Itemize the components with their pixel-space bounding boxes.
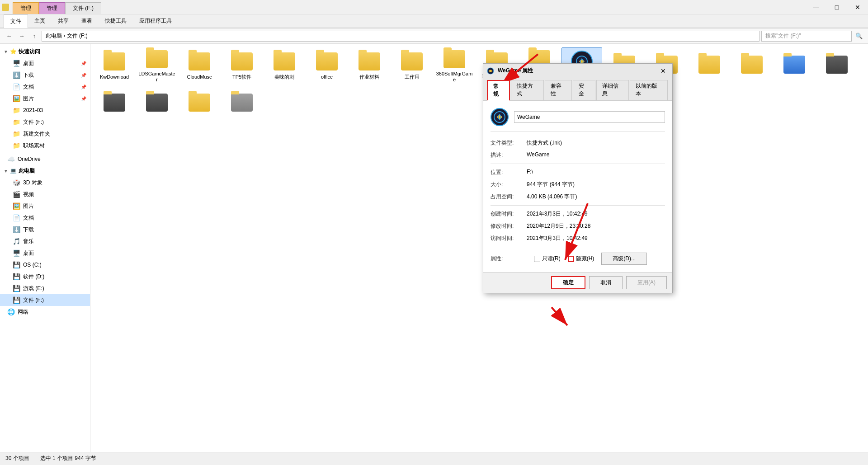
dialog-divider3 (491, 247, 665, 247)
sidebar-item-video[interactable]: 🎬 视频 (0, 188, 90, 200)
sidebar-item-softd[interactable]: 💾 软件 (D:) (0, 271, 90, 282)
dialog-close-button[interactable]: ✕ (658, 66, 669, 75)
sidebar-item-2021[interactable]: 📁 2021-03 (0, 104, 90, 116)
sidebar-item-filef2[interactable]: 💾 文件 (F:) (0, 294, 90, 306)
sidebar-item-desktop2[interactable]: 🖥️ 桌面 (0, 247, 90, 259)
properties-dialog[interactable]: WeGame 属性 ✕ 常规 快捷方式 兼容性 安全 详细信息 以前的版本 (483, 63, 673, 293)
dialog-tab-details[interactable]: 详细信息 (596, 80, 629, 100)
file-item-360soft[interactable]: 360SoftMgrGame (434, 47, 475, 84)
advanced-button[interactable]: 高级(D)... (601, 253, 647, 265)
search-button[interactable]: 🔍 (854, 31, 864, 42)
file-item-extra6[interactable] (816, 47, 857, 84)
disk-c-icon: 💾 (13, 261, 20, 268)
status-count: 30 个项目 (5, 455, 29, 462)
forward-button[interactable]: → (16, 31, 27, 42)
file-item-extra7[interactable] (94, 85, 135, 122)
sidebar-item-label: 下载 (23, 226, 34, 234)
file-item-cloudmusic[interactable]: CloudMusc (179, 47, 220, 84)
dialog-name-input[interactable] (514, 111, 665, 123)
sidebar-item-docs1[interactable]: 📄 文档 📌 (0, 81, 90, 93)
file-item-extra4[interactable] (731, 47, 772, 84)
file-item-tp5[interactable]: TP5软件 (222, 47, 262, 84)
tab-manage2[interactable]: 管理 (39, 2, 65, 14)
dialog-checkbox-hidden-group[interactable]: 隐藏(H) (568, 255, 594, 263)
dialog-row-size: 大小: 944 字节 (944 字节) (491, 181, 665, 188)
title-bar-left (2, 4, 9, 11)
sidebar-icon: ⭐ (10, 48, 17, 55)
dialog-tab-security[interactable]: 安全 (573, 80, 595, 100)
file-item-kwdownload[interactable]: KwDownload (94, 47, 135, 84)
sidebar-item-desktop1[interactable]: 🖥️ 桌面 📌 (0, 57, 90, 69)
dialog-title-text: WeGame 属性 (498, 67, 654, 75)
status-selected: 选中 1 个项目 944 字节 (40, 455, 96, 462)
close-button[interactable]: ✕ (847, 0, 868, 14)
dialog-checkbox-readonly[interactable]: 只读(R) (534, 255, 561, 263)
file-item-meiweideci[interactable]: 美味的刺 (264, 47, 305, 84)
sidebar-item-download2[interactable]: ⬇️ 下载 (0, 224, 90, 235)
pc-icon: 💻 (10, 168, 17, 174)
ok-button[interactable]: 确定 (551, 276, 585, 289)
checkbox-readonly[interactable] (534, 256, 540, 262)
file-item-extra8[interactable] (137, 85, 177, 122)
ribbon-tab-app[interactable]: 应用程序工具 (133, 14, 178, 28)
checkbox-hidden[interactable] (568, 256, 574, 262)
sidebar-item-filef[interactable]: 📁 文件 (F:) (0, 116, 90, 128)
download2-icon: ⬇️ (13, 226, 20, 233)
sidebar-item-onedrive[interactable]: ☁️ OneDrive (0, 153, 90, 165)
dialog-tab-general[interactable]: 常规 (487, 80, 510, 101)
sidebar-item-docs2[interactable]: 📄 文档 (0, 212, 90, 224)
dialog-tab-shortcut[interactable]: 快捷方式 (511, 80, 543, 100)
ribbon-tab-share[interactable]: 共享 (52, 14, 75, 28)
sidebar-item-pics2[interactable]: 🖼️ 图片 (0, 200, 90, 212)
dialog-value-sizeondisk: 4.00 KB (4,096 字节) (527, 193, 665, 201)
sidebar-item-music[interactable]: 🎵 音乐 (0, 235, 90, 247)
tab-filename[interactable]: 文件 (F:) (65, 2, 101, 14)
sidebar-item-download1[interactable]: ⬇️ 下载 📌 (0, 69, 90, 81)
sidebar-item-label: OneDrive (18, 156, 41, 162)
cancel-button[interactable]: 取消 (589, 276, 623, 289)
disk-e-icon: 💾 (13, 285, 20, 292)
search-box[interactable]: 搜索"文件 (F:)" (761, 31, 852, 42)
ribbon-tab-quick[interactable]: 快捷工具 (99, 14, 133, 28)
folder-app-icon (2, 4, 9, 11)
dialog-value-created: 2021年3月3日，10:42:49 (527, 210, 665, 218)
up-button[interactable]: ↑ (29, 31, 40, 42)
pin-icon3: 📌 (81, 85, 86, 89)
dialog-value-accessed: 2021年3月3日，10:42:49 (527, 235, 665, 242)
sidebar-item-osc[interactable]: 💾 OS (C:) (0, 259, 90, 271)
address-path[interactable]: 此电脑 › 文件 (F:) (42, 31, 760, 42)
back-button[interactable]: ← (4, 31, 14, 42)
dialog-row-location: 位置: F:\ (491, 169, 665, 176)
dialog-tab-previous[interactable]: 以前的版本 (630, 80, 668, 100)
docs2-icon: 📄 (13, 214, 20, 221)
file-item-gongyong[interactable]: 工作用 (392, 47, 432, 84)
file-label-360soft: 360SoftMgrGame (436, 71, 473, 82)
sidebar-item-newfolder[interactable]: 📁 新建文件夹 (0, 128, 90, 140)
dialog-tab-compat[interactable]: 兼容性 (545, 80, 572, 100)
sidebar-item-material[interactable]: 📁 职场素材 (0, 140, 90, 151)
tab-manage1[interactable]: 管理 (13, 2, 39, 14)
ribbon-tab-view[interactable]: 查看 (75, 14, 99, 28)
apply-button[interactable]: 应用(A) (626, 276, 667, 289)
sidebar-item-3d[interactable]: 🎲 3D 对象 (0, 177, 90, 188)
sidebar-item-network[interactable]: 🌐 网络 (0, 306, 90, 318)
sidebar-item-label: 职场素材 (23, 142, 45, 150)
file-item-extra9[interactable] (179, 85, 220, 122)
minimize-button[interactable]: — (806, 0, 826, 14)
dialog-attributes-row: 属性: 只读(R) 隐藏(H) 高级(D)... (491, 253, 665, 265)
ribbon-tab-home[interactable]: 主页 (28, 14, 52, 28)
sidebar-item-pics1[interactable]: 🖼️ 图片 📌 (0, 93, 90, 104)
file-item-ldsgame[interactable]: LDSGameMaster (137, 47, 177, 84)
file-item-extra5[interactable] (774, 47, 815, 84)
ribbon-tab-file[interactable]: 文件 (4, 14, 28, 28)
sidebar-this-pc[interactable]: ▼ 💻 此电脑 (0, 165, 90, 177)
file-item-zuoyecailiao[interactable]: 作业材料 (349, 47, 390, 84)
file-item-extra3[interactable] (689, 47, 730, 84)
maximize-button[interactable]: □ (826, 0, 847, 14)
file-item-extra10[interactable] (222, 85, 262, 122)
sidebar-quick-access[interactable]: ▼ ⭐ 快速访问 (0, 46, 90, 57)
sidebar-item-gamee[interactable]: 💾 游戏 (E:) (0, 282, 90, 294)
file-item-office[interactable]: office (307, 47, 347, 84)
pin-icon: 📌 (81, 61, 86, 66)
sidebar-item-label: 桌面 (23, 249, 34, 257)
